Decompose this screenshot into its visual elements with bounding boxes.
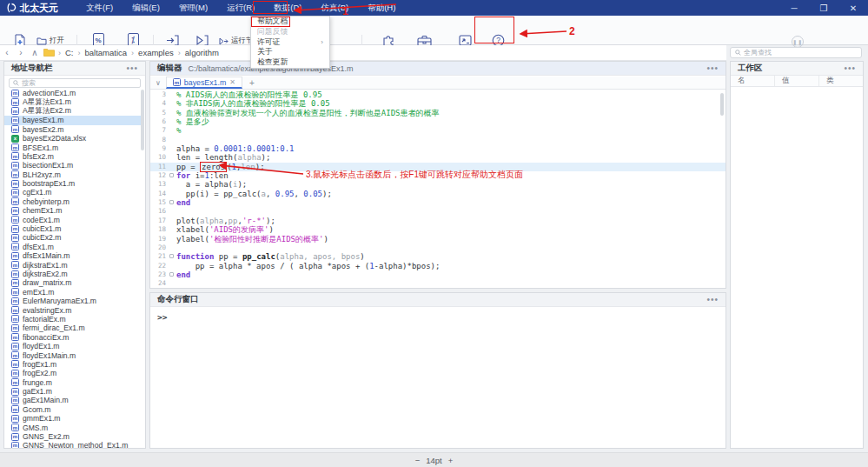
breadcrumb-segment[interactable]: C: (63, 48, 76, 57)
code-line[interactable]: 8 (150, 136, 726, 144)
file-list-item[interactable]: mbayesEx1.m (4, 116, 141, 124)
tab-list-chevron-icon[interactable]: ∨ (150, 79, 166, 87)
code-line[interactable]: 13 a = alpha(i); (150, 180, 726, 189)
file-list-item[interactable]: mdfsEx1.m (4, 243, 141, 251)
workspace-menu-icon[interactable]: ••• (844, 63, 856, 73)
fold-marker-icon[interactable] (169, 272, 174, 277)
file-list-item[interactable]: mchemEx1.m (4, 206, 141, 215)
fold-marker-icon[interactable] (169, 200, 174, 204)
file-list-item[interactable]: mGMS.m (4, 423, 141, 431)
minimize-button[interactable]: ─ (779, 0, 809, 16)
menu-item[interactable]: 编辑(E) (123, 1, 169, 16)
menu-item[interactable]: 运行(R) (217, 1, 264, 16)
file-list-item[interactable]: mbfsEx2.m (4, 152, 141, 161)
code-line[interactable]: 19ylabel('检验阳性时推断是AIDS的概率') (150, 235, 726, 244)
command-window-menu-icon[interactable]: ••• (706, 295, 719, 304)
font-size-increase-button[interactable]: + (448, 456, 454, 465)
code-line[interactable]: 6% 是多少 (150, 117, 726, 126)
file-list-item[interactable]: mfloydEx1.m (4, 342, 141, 350)
editor-scrollbar[interactable] (720, 93, 724, 116)
help-menu-item[interactable]: 关于 (251, 47, 329, 57)
close-button[interactable]: ✕ (838, 0, 868, 16)
file-list-item[interactable]: mGNNS_Ex2.m (4, 432, 141, 441)
fold-marker-icon[interactable] (169, 254, 174, 258)
folder-icon[interactable] (42, 48, 56, 57)
workspace-column-header[interactable]: 类 (819, 76, 863, 86)
menu-item[interactable]: 仿真(B) (311, 1, 358, 16)
file-list-item[interactable]: mcubicEx1.m (4, 224, 141, 233)
code-line[interactable]: 17plot(alpha,pp,'r-*'); (150, 217, 726, 225)
file-list-scrollbar[interactable] (141, 90, 144, 150)
code-line[interactable]: 22 pp = alpha * apos / ( alpha *apos + (… (150, 262, 726, 270)
help-menu-item[interactable]: 检查更新 (251, 57, 329, 68)
code-line[interactable]: 24 (150, 279, 726, 288)
file-list-item[interactable]: xbayesEx2Data.xlsx (4, 134, 141, 143)
code-area[interactable]: 3% AIDS病人的血液检验的阳性率是 0.954% 非AIDS病人的血液检验的… (150, 90, 726, 287)
file-list-item[interactable]: mdijkstraEx1.m (4, 260, 141, 269)
code-line[interactable]: 3% AIDS病人的血液检验的阳性率是 0.95 (150, 90, 726, 99)
code-line[interactable]: 14 pp(i) = pp_calc(a, 0.95, 0.05); (150, 190, 726, 198)
file-list-item[interactable]: mBLH2xyz.m (4, 170, 141, 179)
code-line[interactable]: 9alpha = 0.0001:0.0001:0.1 (150, 144, 726, 153)
restore-button[interactable]: ❐ (809, 0, 838, 16)
code-line[interactable]: 23end (150, 270, 726, 279)
file-list-item[interactable]: mfrogEx1.m (4, 360, 141, 369)
file-list-item[interactable]: mcgEx1.m (4, 188, 141, 197)
font-size-decrease-button[interactable]: − (415, 456, 421, 465)
breadcrumb-segment[interactable]: baltamatica (83, 48, 129, 57)
file-list-item[interactable]: mGNNS_Newton_method_Ex1.m (4, 441, 141, 448)
file-list-item[interactable]: mcubicEx2.m (4, 233, 141, 242)
file-list-item[interactable]: mdraw_matrix.m (4, 278, 141, 287)
file-list-item[interactable]: mgmmEx1.m (4, 414, 141, 423)
up-icon[interactable]: ∧ (28, 48, 42, 57)
code-line[interactable]: 5% 血液检验筛查时发现一个人的血液检查是阳性，判断他是AIDS患者的概率 (150, 109, 726, 117)
file-list-item[interactable]: mEulerMaruyamaEx1.m (4, 297, 141, 305)
file-list-item[interactable]: mevalstringEx.m (4, 305, 141, 314)
file-list-item[interactable]: mdijkstraEx2.m (4, 270, 141, 278)
new-tab-button[interactable]: + (242, 78, 262, 88)
tab-close-icon[interactable]: ✕ (229, 78, 235, 86)
workspace-column-header[interactable]: 值 (775, 76, 819, 86)
breadcrumb-segment[interactable]: algorithm (183, 48, 221, 57)
file-list-item[interactable]: mbootstrapEx1.m (4, 179, 141, 188)
file-list-item[interactable]: mgaEx1Main.m (4, 396, 141, 404)
file-list-item[interactable]: mchebyinterp.m (4, 197, 141, 206)
file-list-item[interactable]: mfermi_dirac_Ex1.m (4, 324, 141, 332)
tab-bayesEx1[interactable]: m bayesEx1.m ✕ (166, 77, 242, 89)
editor-menu-icon[interactable]: ••• (706, 63, 719, 73)
workspace-column-header[interactable]: 名 (731, 76, 775, 86)
nav-panel-menu-icon[interactable]: ••• (126, 63, 138, 73)
menu-item[interactable]: 文件(F) (76, 1, 123, 16)
file-filter-input[interactable]: 搜索 (9, 78, 141, 88)
menu-item[interactable]: 数据(D) (264, 1, 311, 16)
collapse-ribbon-icon[interactable]: ❚❚ (792, 36, 804, 48)
code-line[interactable]: 10len = length(alpha); (150, 153, 726, 162)
file-list-item[interactable]: mbisectionEx1.m (4, 161, 141, 170)
file-list-item[interactable]: mfrogEx2.m (4, 369, 141, 377)
breadcrumb-segment[interactable]: examples (136, 48, 176, 57)
help-menu-item[interactable]: 帮助文档 (251, 17, 329, 27)
file-list-item[interactable]: mcodeEx1.m (4, 215, 141, 223)
file-list-item[interactable]: mfloydEx1Main.m (4, 350, 141, 359)
back-icon[interactable]: ‹ (0, 48, 14, 57)
file-list-item[interactable]: mfrunge.m (4, 378, 141, 387)
global-search-input[interactable]: 全局查找 (730, 47, 862, 58)
menu-item[interactable]: 管理(M) (169, 1, 217, 16)
code-line[interactable]: 18xlabel('AIDS的发病率') (150, 225, 726, 234)
menu-item[interactable]: 帮助(H) (358, 1, 405, 16)
file-list-item[interactable]: mfactorialEx.m (4, 315, 141, 324)
code-line[interactable]: 15end (150, 198, 726, 207)
file-list-item[interactable]: mgaEx1.m (4, 387, 141, 396)
file-list-item[interactable]: mA星算法Ex2.m (4, 107, 141, 116)
file-list-item[interactable]: memEx1.m (4, 288, 141, 297)
code-line[interactable]: 7% (150, 126, 726, 135)
code-line[interactable]: 20 (150, 244, 726, 252)
file-list-item[interactable]: mfibonacciEx.m (4, 333, 141, 342)
help-menu-item[interactable]: 许可证› (251, 37, 329, 48)
forward-icon[interactable]: › (14, 48, 28, 57)
fold-marker-icon[interactable] (169, 173, 174, 177)
file-list-item[interactable]: mBFSEx1.m (4, 143, 141, 151)
file-list-item[interactable]: mbayesEx2.m (4, 125, 141, 134)
code-line[interactable]: 4% 非AIDS病人的血液检验的阳性率是 0.05 (150, 99, 726, 108)
command-prompt[interactable]: >> (150, 307, 726, 322)
